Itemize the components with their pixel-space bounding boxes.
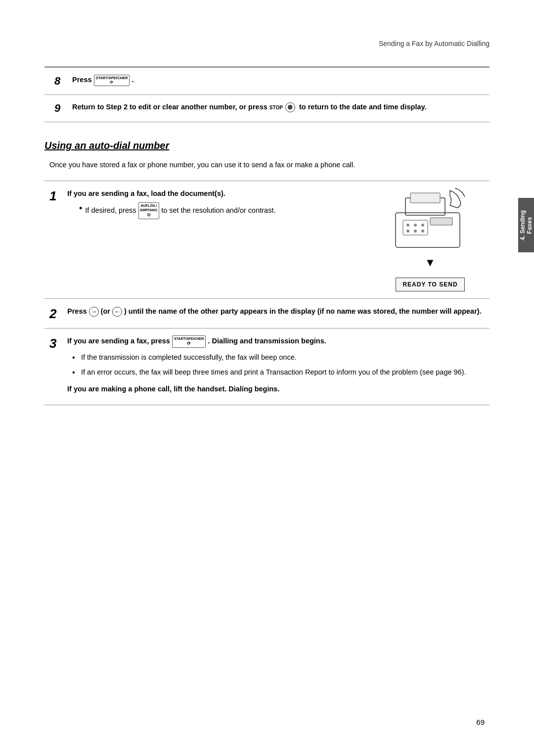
auflos-key: AUFLÖS./ EMPFANG ⊙ [138, 202, 160, 219]
step-8-row: 8 Press START/SPEICHER ⟳ . [54, 75, 480, 88]
sub-bullet-1-text: If desired, press AUFLÖS./ EMPFANG ⊙ to … [85, 202, 275, 219]
step-1-number: 1 [49, 188, 67, 203]
step-9-content: Return to Step 2 to edit or clear anothe… [72, 102, 480, 113]
step-1-image: ▼ READY TO SEND [376, 188, 485, 291]
steps-area: 1 If you are sending a fax, load the doc… [44, 181, 490, 405]
bullet-dot-1: • [79, 204, 82, 213]
svg-rect-2 [410, 193, 440, 203]
forward-btn: → [89, 307, 99, 317]
stop-button-icon: ⊗ [285, 102, 295, 112]
step-2-inner: 2 Press → (or ← ) until the name of the … [49, 306, 485, 321]
step-9-row: 9 Return to Step 2 to edit or clear anot… [54, 102, 480, 115]
step-9-number: 9 [54, 102, 68, 115]
svg-point-8 [406, 230, 409, 233]
svg-point-6 [414, 224, 417, 227]
step-3-footer: If you are making a phone call, lift the… [67, 383, 485, 394]
step-3-inner: 3 If you are sending a fax, press START/… [49, 335, 485, 398]
step-3-title: If you are sending a fax, press START/SP… [67, 335, 485, 348]
step-3-item: 3 If you are sending a fax, press START/… [44, 329, 490, 405]
step-3-footer-text: If you are making a phone call, lift the… [67, 385, 279, 393]
svg-rect-4 [430, 218, 452, 225]
step-1-title: If you are sending a fax, load the docum… [67, 188, 366, 199]
svg-point-10 [421, 230, 424, 233]
bullet-2-text: If an error occurs, the fax will beep th… [81, 368, 466, 376]
step-1-item: 1 If you are sending a fax, load the doc… [44, 181, 490, 299]
step-8-number: 8 [54, 75, 68, 88]
step-8-content: Press START/SPEICHER ⟳ . [72, 75, 480, 87]
step-3-number: 3 [49, 335, 67, 351]
lcd-display: READY TO SEND [396, 278, 465, 292]
sub-bullet-1: • If desired, press AUFLÖS./ EMPFANG ⊙ [79, 202, 366, 219]
step-1-text: If you are sending a fax, load the docum… [67, 188, 366, 221]
step-1-sub-bullets: • If desired, press AUFLÖS./ EMPFANG ⊙ [67, 202, 366, 219]
step-3-body: If you are sending a fax, press START/SP… [67, 335, 485, 398]
page-header: Sending a Fax by Automatic Dialling [44, 40, 490, 51]
svg-rect-3 [403, 220, 428, 235]
bullet-1-text: If the transmission is completed success… [81, 353, 297, 361]
bullet-item-2: If an error occurs, the fax will beep th… [72, 367, 485, 378]
section-heading: Using an auto-dial number [44, 140, 490, 151]
step-8-box: 8 Press START/SPEICHER ⟳ . [44, 67, 490, 95]
svg-point-9 [414, 230, 417, 233]
page-number: 69 [476, 718, 485, 726]
sidebar-tab-text: 4. Sending Faxes [519, 210, 534, 240]
step-8-text: Press START/SPEICHER ⟳ . [72, 76, 134, 84]
step-2-body: Press → (or ← ) until the name of the ot… [67, 306, 485, 320]
section-intro: Once you have stored a fax or phone numb… [44, 159, 490, 171]
step-9-box: 9 Return to Step 2 to edit or clear anot… [44, 95, 490, 122]
page-content: Sending a Fax by Automatic Dialling 8 Pr… [0, 0, 534, 756]
step-1-inner: 1 If you are sending a fax, load the doc… [49, 188, 485, 291]
stop-label: STOP [269, 104, 283, 111]
start-speicher-key-3: START/SPEICHER ⟳ [172, 335, 206, 348]
step-1-layout: If you are sending a fax, load the docum… [67, 188, 485, 291]
sidebar-tab: 4. Sending Faxes [518, 198, 534, 252]
svg-point-5 [406, 224, 409, 227]
step-2-item: 2 Press → (or ← ) until the name of the … [44, 299, 490, 329]
step-2-number: 2 [49, 306, 67, 321]
step-2-text: Press → (or ← ) until the name of the ot… [67, 306, 485, 317]
step-9-text: Return to Step 2 to edit or clear anothe… [72, 103, 427, 111]
start-speicher-key-8: START/SPEICHER ⟳ [94, 75, 130, 87]
bullet-item-1: If the transmission is completed success… [72, 352, 485, 363]
arrow-down: ▼ [425, 254, 436, 271]
svg-point-7 [421, 224, 424, 227]
backward-btn: ← [112, 307, 122, 317]
step-1-body: If you are sending a fax, load the docum… [67, 188, 485, 291]
fax-machine-svg [381, 188, 480, 252]
step-3-bullets: If the transmission is completed success… [67, 352, 485, 378]
header-title: Sending a Fax by Automatic Dialling [379, 40, 490, 47]
